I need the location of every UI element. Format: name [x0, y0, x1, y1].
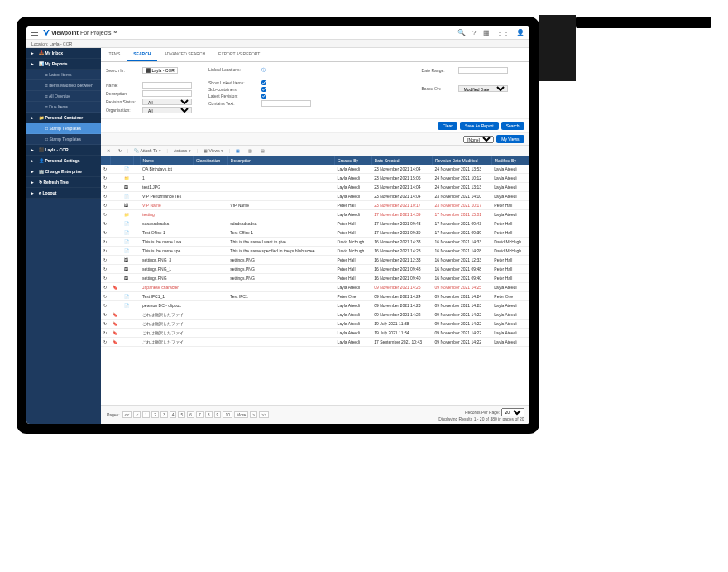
- save-report-button[interactable]: Save As Report: [460, 122, 499, 130]
- description-input[interactable]: [142, 90, 192, 97]
- col-Revision Date Modified[interactable]: Revision Date Modified: [433, 156, 492, 165]
- page-<[interactable]: <: [133, 411, 141, 418]
- search-icon[interactable]: 🔍: [457, 29, 466, 36]
- col-icon[interactable]: [122, 156, 133, 165]
- nav-stamp-templates[interactable]: □ Stamp Templates: [26, 123, 101, 134]
- nav-due-items[interactable]: ≡ Due Items: [26, 102, 101, 113]
- nav-refresh-tree[interactable]: ▸ ↻ Refresh Tree: [26, 177, 101, 188]
- page-5[interactable]: 5: [178, 411, 185, 418]
- col-Name[interactable]: Name: [140, 156, 193, 165]
- tab-advanced-search[interactable]: ADVANCED SEARCH: [157, 48, 212, 61]
- clear-button[interactable]: Clear: [438, 122, 457, 130]
- layout-icon-1[interactable]: ▦: [233, 147, 242, 154]
- search-button[interactable]: Search: [501, 122, 524, 130]
- table-row[interactable]: ↻🖼VfP NameVfP NamePeter Hall23 November …: [101, 201, 529, 210]
- per-page-label: Records Per Page:: [465, 410, 500, 415]
- show-linked-checkbox[interactable]: [261, 80, 266, 85]
- table-row[interactable]: ↻📄This is the name speThis is the name s…: [101, 247, 529, 256]
- table-row[interactable]: ↻🖼settings.PNGsettings.PNGPeter Hall16 N…: [101, 274, 529, 283]
- organisation-select[interactable]: All: [142, 107, 192, 113]
- page-7[interactable]: 7: [196, 411, 204, 418]
- nav-my-inbox[interactable]: ▸ 📥 My Inbox: [26, 48, 101, 59]
- table-row[interactable]: ↻🖼settings.PNG_3settings.PNGPeter Hall16…: [101, 256, 529, 265]
- table-row[interactable]: ↻🖼settings.PNG_1settings.PNGPeter Hall16…: [101, 265, 529, 274]
- table-row[interactable]: ↻🔖これは翻訳したファイLayla Ateedi09 November 2021…: [101, 310, 529, 320]
- attach-to-menu[interactable]: 📎 Attach To ▾: [132, 147, 163, 154]
- col-Date Created[interactable]: Date Created: [371, 156, 432, 165]
- name-input[interactable]: [142, 82, 192, 89]
- menu-icon[interactable]: [31, 31, 38, 36]
- table-row[interactable]: ↻📄pearson DC - clipboxLayla Ateedi09 Nov…: [101, 301, 529, 310]
- tab-search[interactable]: SEARCH: [127, 48, 157, 61]
- table-row[interactable]: ↻📄VfP Performance TesLayla Ateedi23 Nove…: [101, 192, 529, 201]
- contains-text-input[interactable]: [261, 100, 311, 107]
- page->[interactable]: >: [250, 411, 257, 418]
- table-row[interactable]: ↻🔖Japanese characterLayla Ateedi09 Novem…: [101, 283, 529, 292]
- table-row[interactable]: ↻🔖これは翻訳したファイLayla Ateedi19 July 2021 11:…: [101, 320, 529, 329]
- table-row[interactable]: ↻🔖これは翻訳したファイLayla Ateedi19 July 2021 11:…: [101, 329, 529, 338]
- page->>[interactable]: >>: [259, 411, 269, 418]
- col-Modified By[interactable]: Modified By: [491, 156, 529, 165]
- table-row[interactable]: ↻📄QA Birthdays.txtLayla Ateedi23 Novembe…: [101, 165, 529, 174]
- page-3[interactable]: 3: [160, 411, 168, 418]
- nav-logout[interactable]: ▸ ⎋ Logout: [26, 188, 101, 199]
- page-10[interactable]: 10: [223, 411, 232, 418]
- table-row[interactable]: ↻📁testingLayla Ateedi17 November 2021 14…: [101, 210, 529, 219]
- revision-status-select[interactable]: All: [142, 99, 192, 105]
- nav-stamp-templates[interactable]: □ Stamp Templates: [26, 134, 101, 145]
- table-row[interactable]: ↻📄Test IFC1_1Test IFC1Peter One09 Novemb…: [101, 292, 529, 301]
- table-row[interactable]: ↻🖼test1.JPGLayla Ateedi23 November 2021 …: [101, 183, 529, 192]
- tool-icon[interactable]: ✕: [104, 147, 113, 154]
- views-dropdown[interactable]: [None]: [463, 136, 494, 143]
- results-summary: Displaying Results 1 - 20 of 380 in page…: [438, 416, 524, 421]
- layout-icon-3[interactable]: ▤: [258, 147, 267, 154]
- nav-items-modified-between[interactable]: ≡ Items Modified Between: [26, 80, 101, 91]
- sub-containers-checkbox[interactable]: [261, 87, 266, 92]
- col-Description[interactable]: Description: [228, 156, 334, 165]
- notifications-icon[interactable]: ⋮⋮: [496, 29, 510, 36]
- nav-my-reports[interactable]: ▸ 📊 My Reports: [26, 59, 101, 70]
- based-on-select[interactable]: Modified Date: [458, 85, 508, 92]
- user-icon[interactable]: 👤: [516, 29, 524, 36]
- col-icon[interactable]: [110, 156, 122, 165]
- table-row[interactable]: ↻📄sdadsadsadsasdadsadsadsaPeter Hall17 N…: [101, 219, 529, 228]
- latest-revision-label: Latest Revision:: [208, 94, 258, 99]
- table-row[interactable]: ↻📄This is the name I waThis is the name …: [101, 238, 529, 247]
- date-range-input[interactable]: [458, 67, 508, 74]
- contains-text-label: Contains Text:: [208, 101, 258, 106]
- my-views-button[interactable]: My Views: [496, 135, 524, 143]
- layout-icon-2[interactable]: ▥: [246, 147, 255, 154]
- nav-layla---cor[interactable]: ▸ ⬛ Layla - COR: [26, 145, 101, 156]
- tab-export-as-report[interactable]: EXPORT AS REPORT: [212, 48, 266, 61]
- help-icon[interactable]: ?: [472, 29, 476, 36]
- table-row[interactable]: ↻📄Test Office 1Test Office 1Peter Hall17…: [101, 228, 529, 238]
- col-Classification[interactable]: Classification: [193, 156, 228, 165]
- nav-all-overdue[interactable]: ≡ All Overdue: [26, 91, 101, 102]
- search-in-value[interactable]: ⬛ Layla - COR: [142, 67, 178, 74]
- page-More[interactable]: More: [234, 411, 248, 418]
- views-menu[interactable]: ▦ Views ▾: [201, 147, 226, 154]
- table-row[interactable]: ↻📁1Layla Ateedi23 November 2021 15:0524 …: [101, 174, 529, 183]
- col-icon[interactable]: [133, 156, 140, 165]
- page-4[interactable]: 4: [170, 411, 177, 418]
- page-6[interactable]: 6: [187, 411, 194, 418]
- page-8[interactable]: 8: [205, 411, 213, 418]
- info-icon[interactable]: ⓘ: [261, 67, 266, 72]
- table-row[interactable]: ↻🔖これは翻訳したファイLayla Ateedi17 September 202…: [101, 338, 529, 347]
- actions-menu[interactable]: Actions ▾: [171, 147, 194, 154]
- page-2[interactable]: 2: [151, 411, 159, 418]
- col-icon[interactable]: [101, 156, 110, 165]
- nav-personal-container[interactable]: ▸ 📁 Personal Container: [26, 113, 101, 123]
- tab-items[interactable]: ITEMS: [101, 48, 127, 61]
- latest-revision-checkbox[interactable]: [261, 94, 266, 99]
- page-9[interactable]: 9: [214, 411, 222, 418]
- refresh-icon[interactable]: ↻: [116, 147, 124, 154]
- col-Created By[interactable]: Created By: [335, 156, 372, 165]
- per-page-select[interactable]: 20: [501, 408, 524, 416]
- page-<<[interactable]: <<: [122, 411, 132, 418]
- nav-personal-settings[interactable]: ▸ 👤 Personal Settings: [26, 156, 101, 166]
- nav-change-enterprise[interactable]: ▸ 🏢 Change Enterprise: [26, 166, 101, 177]
- page-1[interactable]: 1: [142, 411, 150, 418]
- apps-icon[interactable]: ▦: [483, 29, 490, 36]
- nav-latest-items[interactable]: ≡ Latest Items: [26, 70, 101, 80]
